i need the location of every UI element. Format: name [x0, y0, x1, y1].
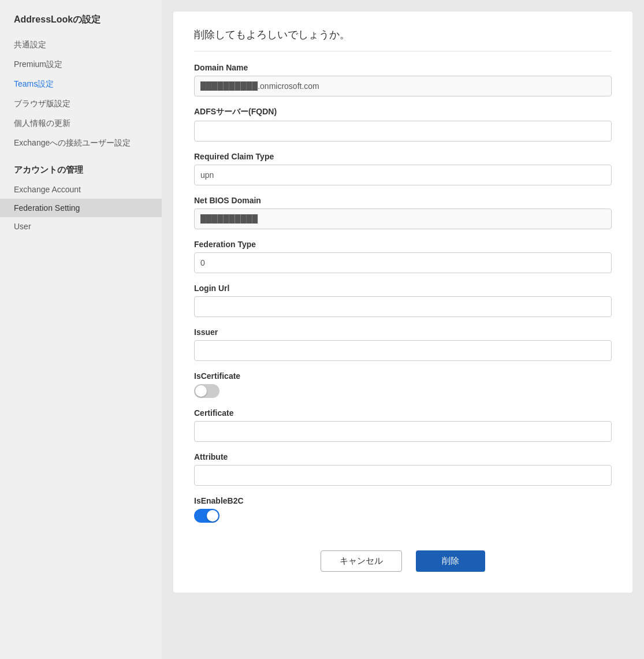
- sidebar-item-exchange-account[interactable]: Exchange Account: [0, 180, 162, 199]
- login-url-input[interactable]: [194, 296, 612, 317]
- domain-name-input[interactable]: [194, 76, 612, 96]
- net-bios-domain-input[interactable]: [194, 209, 612, 229]
- confirm-title: 削除してもよろしいでしょうか。: [194, 28, 612, 51]
- sidebar-title: AddressLookの設定: [0, 14, 162, 35]
- issuer-group: Issuer: [194, 327, 612, 361]
- adfs-server-group: ADFSサーバー(FQDN): [194, 107, 612, 142]
- is-enable-b2c-toggle[interactable]: [194, 509, 219, 523]
- sidebar-item-user[interactable]: User: [0, 217, 162, 236]
- adfs-server-label: ADFSサーバー(FQDN): [194, 107, 612, 117]
- login-url-group: Login Url: [194, 284, 612, 317]
- issuer-input[interactable]: [194, 340, 612, 361]
- sidebar-item-teams[interactable]: Teams設定: [0, 75, 162, 94]
- certificate-group: Certificate: [194, 408, 612, 442]
- attribute-label: Attribute: [194, 452, 612, 461]
- is-enable-b2c-label: IsEnableB2C: [194, 496, 612, 505]
- federation-type-input[interactable]: [194, 252, 612, 273]
- is-enable-b2c-toggle-container: [194, 509, 612, 523]
- net-bios-domain-group: Net BIOS Domain: [194, 196, 612, 229]
- sidebar-item-browser[interactable]: ブラウザ版設定: [0, 94, 162, 114]
- certificate-label: Certificate: [194, 408, 612, 418]
- issuer-label: Issuer: [194, 327, 612, 337]
- sidebar-item-kyotsu[interactable]: 共通設定: [0, 35, 162, 55]
- federation-type-group: Federation Type: [194, 240, 612, 273]
- sidebar: AddressLookの設定 共通設定 Premium設定 Teams設定 ブラ…: [0, 0, 162, 659]
- is-certificate-toggle-knob: [195, 385, 207, 397]
- adfs-server-input[interactable]: [194, 121, 612, 142]
- is-enable-b2c-toggle-knob: [207, 510, 218, 522]
- attribute-group: Attribute: [194, 452, 612, 486]
- main-content: 削除してもよろしいでしょうか。 Domain Name ADFSサーバー(FQD…: [162, 0, 644, 659]
- sidebar-item-federation-setting[interactable]: Federation Setting: [0, 199, 162, 217]
- sidebar-item-exchange-user[interactable]: Exchangeへの接続ユーザー設定: [0, 133, 162, 153]
- required-claim-type-label: Required Claim Type: [194, 152, 612, 161]
- federation-type-label: Federation Type: [194, 240, 612, 249]
- is-enable-b2c-group: IsEnableB2C: [194, 496, 612, 523]
- form-card: 削除してもよろしいでしょうか。 Domain Name ADFSサーバー(FQD…: [173, 12, 632, 593]
- certificate-input[interactable]: [194, 421, 612, 442]
- is-certificate-toggle-container: [194, 384, 612, 398]
- is-certificate-label: IsCertificate: [194, 371, 612, 381]
- required-claim-type-input[interactable]: [194, 165, 612, 185]
- required-claim-type-group: Required Claim Type: [194, 152, 612, 185]
- delete-button[interactable]: 削除: [416, 550, 485, 572]
- cancel-button[interactable]: キャンセル: [321, 550, 402, 572]
- button-row: キャンセル 削除: [194, 541, 612, 572]
- is-certificate-toggle[interactable]: [194, 384, 219, 398]
- sidebar-item-premium[interactable]: Premium設定: [0, 55, 162, 75]
- net-bios-domain-label: Net BIOS Domain: [194, 196, 612, 205]
- sidebar-item-personal[interactable]: 個人情報の更新: [0, 114, 162, 133]
- attribute-input[interactable]: [194, 465, 612, 486]
- account-section-title: アカウントの管理: [0, 153, 162, 180]
- domain-name-label: Domain Name: [194, 63, 612, 72]
- login-url-label: Login Url: [194, 284, 612, 293]
- domain-name-group: Domain Name: [194, 63, 612, 96]
- is-certificate-group: IsCertificate: [194, 371, 612, 398]
